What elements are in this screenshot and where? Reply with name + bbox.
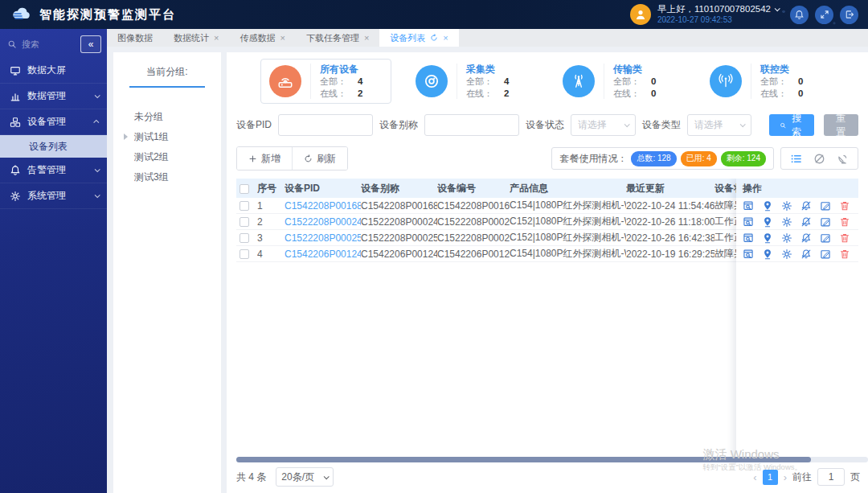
goto-page-input[interactable] xyxy=(817,468,845,486)
col-updated: 最近更新 xyxy=(626,182,714,195)
view-detail-icon[interactable] xyxy=(743,232,754,244)
sidebar-item-label: 设备管理 xyxy=(27,115,66,129)
group-item-test1[interactable]: 测试1组 xyxy=(113,127,221,147)
location-pin-icon[interactable] xyxy=(762,249,773,260)
list-view-icon[interactable] xyxy=(790,153,802,165)
sidebar-item-device-management[interactable]: 设备管理 xyxy=(0,109,107,135)
select-all-checkbox[interactable] xyxy=(240,184,249,194)
sidebar-item-device-list[interactable]: 设备列表 xyxy=(0,135,107,158)
cell-pid-link[interactable]: C1522208P00024 xyxy=(285,216,361,228)
tab-label: 下载任务管理 xyxy=(306,32,359,44)
horizontal-scrollbar[interactable] xyxy=(236,457,868,462)
sidebar-item-alarm-management[interactable]: 告警管理 xyxy=(0,158,107,183)
close-icon[interactable]: × xyxy=(214,33,219,43)
delete-trash-icon[interactable] xyxy=(839,216,850,228)
status-select[interactable]: 请选择 xyxy=(571,114,636,136)
view-detail-icon[interactable] xyxy=(743,200,754,212)
package-used-badge: 已用: 4 xyxy=(681,151,717,166)
next-page-button[interactable]: › xyxy=(784,471,787,483)
sidebar-item-system-management[interactable]: 系统管理 xyxy=(0,183,107,209)
edit-icon[interactable] xyxy=(820,232,831,244)
card-title: 传输类 xyxy=(613,64,656,76)
type-select[interactable]: 请选择 xyxy=(687,114,752,136)
search-button[interactable]: 搜索 xyxy=(769,114,813,136)
cell-index: 3 xyxy=(257,232,285,244)
satellite-view-icon[interactable] xyxy=(837,153,849,165)
tab-download-task[interactable]: 下载任务管理 × xyxy=(296,29,379,47)
group-item-ungrouped[interactable]: 未分组 xyxy=(113,107,221,127)
prev-page-button[interactable]: ‹ xyxy=(753,471,756,483)
close-icon[interactable]: × xyxy=(364,33,369,43)
edit-icon[interactable] xyxy=(820,216,831,228)
avatar[interactable] xyxy=(630,4,651,25)
view-detail-icon[interactable] xyxy=(743,249,754,260)
edit-icon[interactable] xyxy=(820,249,831,260)
fullscreen-button[interactable] xyxy=(815,6,833,24)
package-usage-label: 套餐使用情况： xyxy=(559,152,627,166)
tab-sensor-data[interactable]: 传感数据 × xyxy=(229,29,295,47)
card-collection[interactable]: 采集类 全部：4 在线：2 xyxy=(407,60,538,104)
group-item-test2[interactable]: 测试2组 xyxy=(113,147,221,167)
delete-trash-icon[interactable] xyxy=(839,232,850,244)
tab-image-data[interactable]: 图像数据 xyxy=(107,29,163,47)
mute-alarm-icon[interactable] xyxy=(800,200,812,212)
row-checkbox[interactable] xyxy=(240,249,249,259)
page-size-select[interactable]: 20条/页 xyxy=(276,467,334,487)
cell-serial: C1522208P00024 xyxy=(437,216,510,228)
expand-icon xyxy=(820,10,829,19)
mute-alarm-icon[interactable] xyxy=(800,232,812,244)
settings-gear-icon[interactable] xyxy=(781,200,792,212)
cell-pid-link[interactable]: C1522208P00025 xyxy=(285,232,361,244)
cell-product: C154|1080P红外探测相机-WIFI xyxy=(510,199,626,212)
settings-gear-icon[interactable] xyxy=(781,216,792,228)
chevron-down-icon xyxy=(95,166,100,172)
scrollbar-thumb[interactable] xyxy=(236,457,811,462)
alias-input[interactable] xyxy=(424,114,519,136)
user-greeting[interactable]: 早上好，110107007802542 xyxy=(657,4,779,15)
delete-trash-icon[interactable] xyxy=(839,249,850,260)
reset-button[interactable]: 重置 xyxy=(824,114,858,136)
cell-updated: 2022-10-19 16:29:25 xyxy=(626,249,714,260)
close-icon[interactable]: × xyxy=(280,33,285,43)
card-total-value: 4 xyxy=(358,76,362,86)
current-page-badge[interactable]: 1 xyxy=(763,470,778,485)
tab-device-list[interactable]: 设备列表 × xyxy=(379,29,458,47)
edit-icon[interactable] xyxy=(820,200,831,212)
settings-gear-icon[interactable] xyxy=(781,249,792,260)
card-linkage-control[interactable]: 联控类 全部：0 在线：0 xyxy=(702,60,833,104)
row-checkbox[interactable] xyxy=(240,217,249,227)
row-checkbox[interactable] xyxy=(240,233,249,243)
sidebar-search-input[interactable]: 搜索 xyxy=(7,39,76,51)
view-detail-icon[interactable] xyxy=(743,216,754,228)
mute-alarm-icon[interactable] xyxy=(800,249,812,260)
card-all-devices[interactable]: 所有设备 全部：4 在线：2 xyxy=(260,59,391,105)
mute-alarm-icon[interactable] xyxy=(800,216,812,228)
tab-data-statistics[interactable]: 数据统计 × xyxy=(163,29,229,47)
logout-button[interactable] xyxy=(840,6,858,24)
row-checkbox[interactable] xyxy=(240,201,249,211)
cell-pid-link[interactable]: C1542206P00124 xyxy=(285,249,361,260)
sidebar-item-data-screen[interactable]: 数据大屏 xyxy=(0,58,107,84)
location-pin-icon[interactable] xyxy=(762,216,773,228)
map-view-icon[interactable] xyxy=(813,153,825,165)
cell-index: 1 xyxy=(257,200,285,212)
location-pin-icon[interactable] xyxy=(762,232,773,244)
pid-input[interactable] xyxy=(278,114,373,136)
refresh-button[interactable]: 刷新 xyxy=(292,147,347,170)
table-toolbar: 新增 刷新 套餐使用情况： 总数: 128 已用: 4 剩余: 124 xyxy=(236,146,858,170)
group-item-test3[interactable]: 测试3组 xyxy=(113,167,221,187)
device-table: 序号 设备PID 设备别称 设备编号 产品信息 最近更新 设备状态 1 C154… xyxy=(236,179,858,465)
add-button[interactable]: 新增 xyxy=(237,147,292,170)
refresh-icon[interactable] xyxy=(430,34,438,42)
tree-caret-icon[interactable] xyxy=(124,134,128,140)
location-pin-icon[interactable] xyxy=(762,200,773,212)
sidebar-collapse-button[interactable]: « xyxy=(80,35,101,53)
cell-pid-link[interactable]: C1542208P00168 xyxy=(285,200,361,212)
page-unit-label: 页 xyxy=(850,470,860,484)
sidebar-item-data-management[interactable]: 数据管理 xyxy=(0,84,107,109)
close-icon[interactable]: × xyxy=(443,33,448,43)
notification-button[interactable] xyxy=(790,6,809,24)
settings-gear-icon[interactable] xyxy=(781,232,792,244)
delete-trash-icon[interactable] xyxy=(839,200,850,212)
card-transmission[interactable]: 传输类 全部：0 在线：0 xyxy=(555,60,686,104)
